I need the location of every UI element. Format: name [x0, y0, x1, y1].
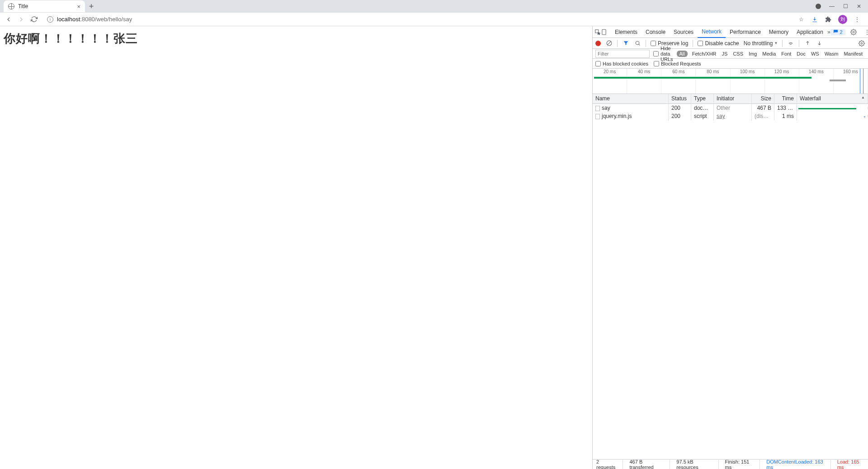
minimize-icon[interactable]: — — [829, 4, 835, 9]
svg-point-6 — [636, 41, 639, 45]
browser-menu-icon[interactable]: ⋮ — [854, 16, 861, 23]
issues-badge[interactable]: 2 — [830, 29, 845, 35]
status-dcl: DOMContentLoaded: 163 ms — [766, 459, 830, 469]
status-load: Load: 165 ms — [837, 459, 864, 469]
timeline-bar — [594, 77, 811, 79]
tab-title: Title — [18, 3, 28, 9]
waterfall-bar — [864, 116, 865, 117]
filter-type-fetchxhr[interactable]: Fetch/XHR — [691, 51, 717, 56]
filter-toggle-icon[interactable] — [622, 40, 629, 47]
filter-type-js[interactable]: JS — [721, 51, 729, 56]
extensions-icon[interactable] — [825, 16, 832, 23]
workspace: 你好啊！！！！！！张三 Elements Console Sources Net… — [0, 26, 868, 469]
table-row[interactable]: jquery.min.js 200 script say (disk cac..… — [593, 112, 868, 120]
devtools-panel: Elements Console Sources Network Perform… — [592, 26, 868, 469]
clear-icon[interactable] — [605, 40, 613, 47]
download-icon[interactable] — [811, 16, 818, 23]
status-transferred: 467 B transferred — [629, 459, 670, 469]
export-har-icon[interactable] — [816, 40, 823, 47]
network-table: Name Status Type Initiator Size Time Wat… — [593, 94, 868, 459]
timeline-tick: 140 ms — [799, 69, 834, 76]
url-field[interactable]: i localhost:8080/web/hello/say — [42, 16, 793, 23]
filter-type-media[interactable]: Media — [761, 51, 777, 56]
disable-cache-checkbox[interactable]: Disable cache — [698, 40, 739, 47]
file-icon — [595, 106, 600, 111]
network-conditions-icon[interactable] — [787, 40, 794, 47]
tab-application[interactable]: Application — [793, 26, 827, 38]
throttling-select[interactable]: No throttling▼ — [744, 40, 778, 47]
network-toolbar: Preserve log Disable cache No throttling… — [593, 38, 868, 49]
record-button[interactable] — [595, 41, 601, 46]
addr-actions: ☆ 刘 ⋮ — [797, 15, 861, 24]
record-indicator-icon[interactable] — [816, 4, 821, 9]
filter-type-font[interactable]: Font — [780, 51, 792, 56]
timeline-dcl-marker — [860, 69, 860, 94]
close-tab-icon[interactable]: × — [77, 3, 80, 10]
inspect-element-icon[interactable] — [594, 27, 601, 38]
col-header-time[interactable]: Time — [774, 94, 797, 103]
svg-line-7 — [638, 44, 640, 46]
page-content: 你好啊！！！！！！张三 — [0, 26, 592, 469]
filter-input[interactable] — [595, 50, 650, 58]
svg-point-3 — [853, 31, 854, 33]
filter-type-doc[interactable]: Doc — [796, 51, 807, 56]
tab-network[interactable]: Network — [698, 26, 726, 38]
browser-tab-strip: Title × + — ☐ ✕ — [0, 0, 868, 13]
url-text: localhost:8080/web/hello/say — [57, 16, 132, 23]
profile-avatar[interactable]: 刘 — [838, 15, 847, 24]
devtools-tabs: Elements Console Sources Network Perform… — [593, 26, 868, 38]
back-button[interactable] — [5, 15, 13, 23]
col-header-waterfall[interactable]: Waterfall — [797, 94, 868, 103]
filter-type-ws[interactable]: WS — [810, 51, 820, 56]
blocked-requests-checkbox[interactable]: Blocked Requests — [654, 61, 701, 66]
timeline-tick: 80 ms — [696, 69, 730, 76]
forward-button[interactable] — [17, 15, 25, 23]
filter-type-all[interactable]: All — [677, 51, 688, 57]
tab-performance[interactable]: Performance — [726, 26, 765, 38]
browser-tab[interactable]: Title × — [4, 0, 85, 12]
status-requests: 2 requests — [596, 459, 623, 469]
bookmark-star-icon[interactable]: ☆ — [797, 16, 805, 23]
filter-row-2: Has blocked cookies Blocked Requests — [593, 59, 868, 69]
network-timeline[interactable]: 20 ms 40 ms 60 ms 80 ms 100 ms 120 ms 14… — [593, 69, 868, 94]
reload-button[interactable] — [30, 15, 38, 23]
timeline-tick: 60 ms — [661, 69, 696, 76]
filter-row: Hide data URLs All Fetch/XHR JS CSS Img … — [593, 49, 868, 59]
maximize-icon[interactable]: ☐ — [843, 4, 848, 9]
col-header-initiator[interactable]: Initiator — [714, 94, 752, 103]
col-header-status[interactable]: Status — [669, 94, 691, 103]
site-info-icon[interactable]: i — [47, 16, 53, 23]
col-header-name[interactable]: Name — [593, 94, 669, 103]
devtools-menu-icon[interactable]: ⋮ — [862, 27, 868, 38]
has-blocked-cookies-checkbox[interactable]: Has blocked cookies — [595, 61, 648, 66]
new-tab-button[interactable]: + — [85, 0, 98, 13]
import-har-icon[interactable] — [804, 40, 811, 47]
col-header-type[interactable]: Type — [691, 94, 714, 103]
network-settings-icon[interactable] — [858, 40, 865, 47]
device-toggle-icon[interactable] — [601, 27, 607, 38]
tab-memory[interactable]: Memory — [765, 26, 793, 38]
table-row[interactable]: say 200 document Other 467 B 133 ms — [593, 104, 868, 112]
close-window-icon[interactable]: ✕ — [856, 4, 862, 9]
filter-type-wasm[interactable]: Wasm — [824, 51, 840, 56]
initiator-link[interactable]: say — [717, 113, 725, 119]
table-header: Name Status Type Initiator Size Time Wat… — [593, 94, 868, 104]
filter-type-manifest[interactable]: Manifest — [843, 51, 863, 56]
tab-elements[interactable]: Elements — [611, 26, 642, 38]
file-icon — [595, 114, 600, 119]
tab-sources[interactable]: Sources — [670, 26, 698, 38]
col-header-size[interactable]: Size — [752, 94, 774, 103]
timeline-tick: 120 ms — [765, 69, 799, 76]
more-tabs-icon[interactable]: » — [827, 27, 830, 38]
filter-type-css[interactable]: CSS — [732, 51, 744, 56]
search-icon[interactable] — [634, 40, 641, 47]
status-finish: Finish: 151 ms — [725, 459, 760, 469]
tab-console[interactable]: Console — [642, 26, 670, 38]
address-bar: i localhost:8080/web/hello/say ☆ 刘 ⋮ — [0, 13, 868, 26]
globe-icon — [8, 3, 14, 9]
timeline-tick: 40 ms — [627, 69, 661, 76]
devtools-settings-icon[interactable] — [848, 27, 859, 38]
svg-point-8 — [861, 42, 863, 44]
waterfall-bar — [798, 108, 856, 109]
filter-type-img[interactable]: Img — [748, 51, 758, 56]
